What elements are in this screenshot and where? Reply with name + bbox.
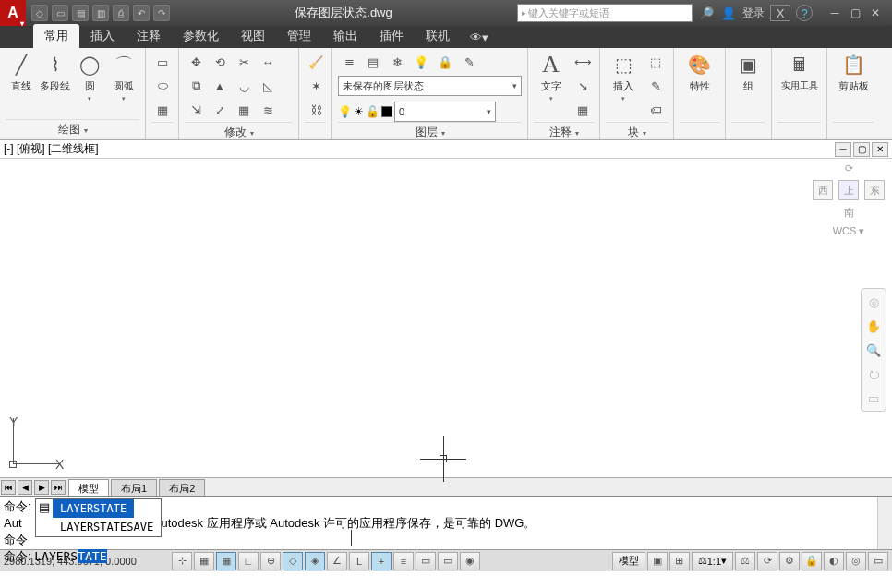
steering-wheel-icon[interactable]: ◎: [864, 293, 883, 311]
command-window[interactable]: 命令: Aut 件上次由 Autodesk 应用程序或 Autodesk 许可的…: [0, 496, 892, 549]
layer-off-icon[interactable]: 💡: [410, 52, 432, 72]
tab-annotate[interactable]: 注释: [126, 24, 172, 48]
tab-output[interactable]: 输出: [322, 24, 368, 48]
copy-icon[interactable]: ⧉: [185, 76, 207, 96]
stretch-icon[interactable]: ⇲: [185, 100, 207, 120]
maximize-button[interactable]: ▢: [846, 6, 864, 20]
rect-icon[interactable]: ▭: [151, 52, 174, 72]
tab-express-icon[interactable]: 👁▾: [461, 27, 498, 48]
panel-draw-label[interactable]: 绘图: [6, 119, 139, 139]
layer-combo[interactable]: 0: [394, 102, 496, 122]
utilities-button[interactable]: 🖩实用工具: [777, 52, 821, 92]
arc-button[interactable]: ⌒圆弧: [109, 52, 139, 102]
create-block-icon[interactable]: ⬚: [645, 52, 667, 72]
viewcube[interactable]: ⟳ 西 上 东 南 WCS ▾: [813, 162, 885, 237]
layout-tab-1[interactable]: 布局1: [111, 479, 157, 498]
panel-modify-label[interactable]: 修改: [185, 122, 293, 142]
panel-block-label[interactable]: 块: [606, 122, 668, 142]
layer-freeze-icon[interactable]: ❄: [386, 52, 408, 72]
clipboard-button[interactable]: 📋剪贴板: [833, 52, 874, 93]
binocular-icon[interactable]: 🔎: [698, 5, 715, 21]
polyline-button[interactable]: ⌇多段线: [40, 52, 70, 93]
line-button[interactable]: ╱直线: [6, 52, 36, 93]
text-button[interactable]: A文字: [534, 52, 568, 102]
help-search-input[interactable]: 键入关键字或短语: [517, 4, 693, 22]
vc-east[interactable]: 东: [864, 180, 885, 200]
qat-open-icon[interactable]: ▭: [52, 5, 68, 21]
close-button[interactable]: ✕: [866, 6, 885, 20]
doc-close-button[interactable]: ✕: [872, 142, 888, 157]
doc-max-button[interactable]: ▢: [853, 142, 870, 157]
layout-next-button[interactable]: ▶: [34, 480, 49, 495]
edit-block-icon[interactable]: ✎: [645, 76, 667, 96]
panel-annot-label[interactable]: 注释: [534, 122, 594, 142]
trim-icon[interactable]: ✂: [233, 52, 255, 72]
tab-online[interactable]: 联机: [415, 24, 461, 48]
orbit-icon[interactable]: ⭮: [864, 365, 883, 383]
help-icon[interactable]: ?: [796, 5, 813, 21]
qat-print-icon[interactable]: ⎙: [113, 5, 129, 21]
layer-iso-icon[interactable]: ▤: [362, 52, 384, 72]
layout-tab-model[interactable]: 模型: [68, 479, 109, 498]
ellipse-icon[interactable]: ⬭: [151, 76, 174, 96]
tab-param[interactable]: 参数化: [172, 24, 230, 48]
tab-insert[interactable]: 插入: [79, 24, 126, 48]
panel-layer-label[interactable]: 图层: [338, 122, 522, 142]
qat-save-icon[interactable]: ▤: [72, 5, 89, 21]
ac-item-0[interactable]: LAYERSTATE: [53, 499, 134, 518]
qat-new-icon[interactable]: ◇: [31, 5, 48, 21]
wcs-label[interactable]: WCS ▾: [833, 225, 865, 237]
tab-manage[interactable]: 管理: [276, 24, 322, 48]
hatch-icon[interactable]: ▦: [151, 100, 174, 120]
qat-undo-icon[interactable]: ↶: [133, 5, 150, 21]
cmd-scrollbar[interactable]: [877, 497, 892, 549]
layout-tab-2[interactable]: 布局2: [159, 479, 205, 498]
dim-icon[interactable]: ⟷: [572, 52, 594, 72]
user-icon[interactable]: 👤: [720, 5, 737, 21]
vc-top[interactable]: 上: [838, 180, 859, 200]
explode-icon[interactable]: ✶: [305, 76, 327, 96]
tab-common[interactable]: 常用: [33, 24, 79, 48]
group-button[interactable]: ▣组: [731, 52, 765, 93]
app-menu-button[interactable]: A: [0, 0, 26, 26]
showmotion-icon[interactable]: ▭: [864, 389, 883, 407]
insert-button[interactable]: ⬚插入: [606, 52, 641, 102]
cmd-input-line[interactable]: 命令: LAYERSTATE: [4, 548, 888, 565]
qat-redo-icon[interactable]: ↷: [153, 5, 170, 21]
layout-prev-button[interactable]: ◀: [18, 480, 32, 495]
layer-state-combo[interactable]: 未保存的图层状态: [338, 76, 522, 96]
join-icon[interactable]: ⛓: [305, 100, 327, 120]
viewport-label[interactable]: [-] [俯视] [二维线框]: [4, 141, 99, 157]
attr-icon[interactable]: 🏷: [645, 100, 667, 120]
extend-icon[interactable]: ↔: [257, 52, 279, 72]
layout-last-button[interactable]: ⏭: [51, 480, 66, 495]
table-icon[interactable]: ▦: [572, 100, 594, 120]
scale-icon[interactable]: ⤢: [209, 100, 231, 120]
tab-view[interactable]: 视图: [230, 24, 276, 48]
leader-icon[interactable]: ↘: [572, 76, 594, 96]
login-label[interactable]: 登录: [742, 6, 765, 21]
erase-icon[interactable]: 🧹: [305, 52, 327, 72]
exchange-icon[interactable]: X: [770, 5, 790, 21]
layer-lock-icon[interactable]: 🔒: [434, 52, 456, 72]
ac-item-1[interactable]: LAYERSTATESAVE: [53, 518, 161, 536]
rotate-icon[interactable]: ⟲: [209, 52, 231, 72]
zoom-icon[interactable]: 🔍: [864, 341, 883, 359]
vc-west[interactable]: 西: [813, 180, 833, 200]
pan-icon[interactable]: ✋: [864, 317, 883, 335]
qat-saveas-icon[interactable]: ▥: [92, 5, 109, 21]
drawing-canvas[interactable]: ⟳ 西 上 东 南 WCS ▾ ◎ ✋ 🔍 ⭮ ▭ YX: [0, 159, 892, 477]
circle-button[interactable]: ◯圆: [75, 52, 105, 102]
tab-plugin[interactable]: 插件: [368, 24, 415, 48]
chamfer-icon[interactable]: ◺: [257, 76, 279, 96]
layout-first-button[interactable]: ⏮: [1, 480, 16, 495]
properties-button[interactable]: 🎨特性: [680, 52, 719, 93]
vc-south[interactable]: 南: [844, 206, 854, 220]
mirror-icon[interactable]: ▲: [209, 76, 231, 96]
minimize-button[interactable]: ─: [826, 6, 844, 20]
offset-icon[interactable]: ≋: [257, 100, 279, 120]
doc-min-button[interactable]: ─: [835, 142, 851, 157]
array-icon[interactable]: ▦: [233, 100, 255, 120]
layer-match-icon[interactable]: ✎: [458, 52, 480, 72]
move-icon[interactable]: ✥: [185, 52, 207, 72]
